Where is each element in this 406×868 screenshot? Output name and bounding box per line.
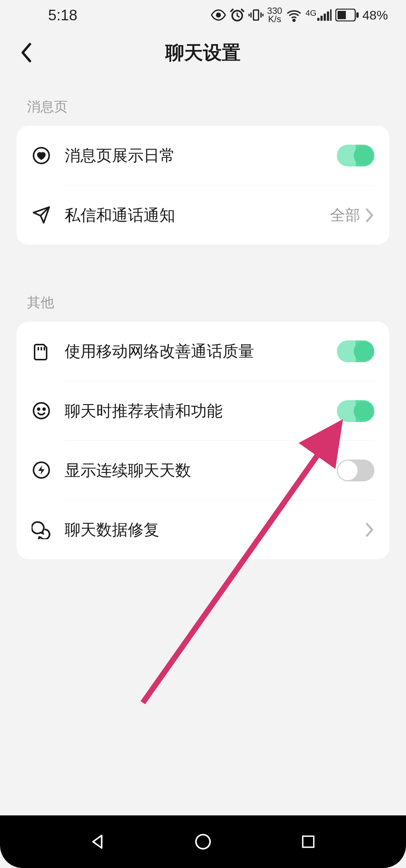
svg-point-3 <box>293 19 295 21</box>
chevron-right-icon <box>365 522 374 538</box>
section-header-messages: 消息页 <box>0 75 406 126</box>
smile-icon <box>32 401 51 420</box>
svg-marker-19 <box>93 835 102 848</box>
svg-rect-4 <box>317 18 320 21</box>
signal-icon <box>317 9 332 21</box>
row-label: 消息页展示日常 <box>65 145 337 166</box>
network-speed: 330 K/s <box>267 7 282 23</box>
chevron-left-icon <box>19 42 34 64</box>
row-label: 聊天时推荐表情和功能 <box>65 401 337 422</box>
vibrate-icon <box>248 8 264 23</box>
header: 聊天设置 <box>0 30 406 75</box>
nav-back[interactable] <box>83 827 113 857</box>
svg-rect-21 <box>303 836 314 847</box>
toggle-show-daily[interactable] <box>337 145 374 166</box>
card-other: 使用移动网络改善通话质量 聊天时推荐表情和功能 显示连续聊天天数 聊天数据修复 <box>17 322 389 559</box>
svg-point-15 <box>43 408 45 410</box>
row-label: 私信和通话通知 <box>65 205 330 226</box>
svg-rect-10 <box>338 11 346 19</box>
section-header-other: 其他 <box>0 245 406 322</box>
eye-icon <box>211 8 226 23</box>
row-dm-notifications[interactable]: 私信和通话通知 全部 <box>17 185 389 245</box>
status-icons: 330 K/s 4G 48% <box>211 7 388 23</box>
chevron-right-icon <box>365 207 374 223</box>
row-chat-days[interactable]: 显示连续聊天天数 <box>17 440 389 500</box>
chat-bubbles-icon <box>32 520 51 539</box>
svg-point-13 <box>33 403 49 419</box>
status-bar: 5:18 330 K/s 4G 48% <box>0 0 406 30</box>
sim-icon <box>32 342 51 361</box>
toggle-chat-days[interactable] <box>337 460 374 481</box>
svg-point-0 <box>217 13 220 17</box>
battery-icon <box>335 9 359 21</box>
row-mobile-network[interactable]: 使用移动网络改善通话质量 <box>17 322 389 381</box>
svg-point-14 <box>38 408 39 410</box>
svg-point-20 <box>196 835 210 849</box>
battery-percent: 48% <box>362 8 388 23</box>
heart-circle-icon <box>32 146 51 165</box>
wifi-icon <box>286 7 302 23</box>
nav-home[interactable] <box>188 827 218 857</box>
svg-rect-11 <box>356 12 359 18</box>
row-repair-data[interactable]: 聊天数据修复 <box>17 500 389 559</box>
send-icon <box>32 205 51 225</box>
page-title: 聊天设置 <box>165 40 241 65</box>
toggle-recommend-emoji[interactable] <box>337 400 374 422</box>
alarm-icon <box>230 8 245 23</box>
row-recommend-emoji[interactable]: 聊天时推荐表情和功能 <box>17 381 389 440</box>
svg-rect-8 <box>330 9 332 21</box>
row-show-daily[interactable]: 消息页展示日常 <box>17 126 389 185</box>
svg-rect-2 <box>253 10 258 20</box>
back-button[interactable] <box>15 41 38 64</box>
svg-rect-5 <box>320 16 323 21</box>
status-time: 5:18 <box>48 7 77 24</box>
nav-recent[interactable] <box>293 827 323 857</box>
toggle-mobile-network[interactable] <box>337 340 374 362</box>
svg-rect-7 <box>327 12 329 21</box>
row-label: 使用移动网络改善通话质量 <box>65 341 337 362</box>
lightning-circle-icon <box>32 460 51 480</box>
android-nav-bar <box>0 815 406 868</box>
row-label: 聊天数据修复 <box>65 519 365 540</box>
row-value: 全部 <box>330 205 360 225</box>
card-messages: 消息页展示日常 私信和通话通知 全部 <box>17 126 389 245</box>
row-label: 显示连续聊天天数 <box>65 460 337 481</box>
svg-rect-6 <box>324 14 326 21</box>
